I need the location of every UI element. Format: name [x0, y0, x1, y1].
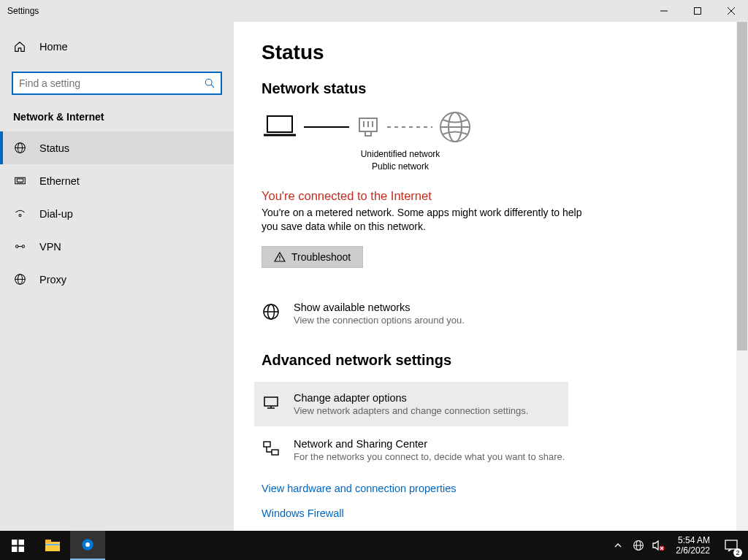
home-button[interactable]: Home: [0, 31, 234, 63]
home-label: Home: [39, 41, 68, 53]
tray-chevron-icon[interactable]: [610, 531, 626, 560]
sidebar-item-label: Status: [39, 142, 69, 154]
vpn-icon: [13, 240, 26, 253]
option-desc: View the connection options around you.: [294, 315, 465, 326]
svg-rect-48: [45, 544, 60, 545]
hardware-properties-link[interactable]: View hardware and connection properties: [262, 483, 719, 494]
svg-rect-45: [18, 546, 23, 551]
solid-line-icon: [304, 125, 349, 129]
sidebar: Home Network & Internet Status Ethernet: [0, 22, 234, 531]
svg-rect-47: [45, 540, 51, 542]
network-diagram: [262, 110, 719, 144]
svg-rect-43: [18, 540, 23, 545]
tray-volume-icon[interactable]: [651, 531, 667, 560]
dialup-icon: [13, 207, 26, 220]
taskbar-left: [0, 531, 105, 560]
globe-net-icon: [13, 142, 26, 154]
svg-rect-37: [264, 397, 278, 406]
taskbar-right: 5:54 AM 2/6/2022 2: [610, 531, 748, 560]
start-button[interactable]: [0, 531, 35, 560]
svg-rect-1: [695, 8, 701, 15]
svg-rect-10: [17, 179, 23, 182]
option-title: Network and Sharing Center: [294, 438, 565, 450]
scrollbar[interactable]: [736, 22, 748, 531]
diagram-labels: Unidentified network Public network: [291, 148, 510, 173]
sidebar-section-title: Network & Internet: [0, 95, 234, 129]
show-networks-button[interactable]: Show available networks View the connect…: [262, 294, 719, 333]
search-input[interactable]: [12, 72, 222, 95]
sharing-center-button[interactable]: Network and Sharing Center For the netwo…: [262, 431, 719, 469]
sidebar-item-label: Dial-up: [39, 208, 73, 220]
advanced-heading: Advanced network settings: [262, 352, 719, 369]
home-icon: [13, 40, 26, 53]
settings-taskbar-button[interactable]: [70, 531, 105, 560]
option-text: Show available networks View the connect…: [294, 302, 465, 326]
connection-status-desc: You're on a metered network. Some apps m…: [262, 206, 590, 234]
option-title: Show available networks: [294, 302, 465, 313]
ethernet-port-icon: [355, 114, 381, 140]
sidebar-item-label: VPN: [39, 241, 61, 253]
diagram-label-2: Public network: [291, 161, 510, 173]
option-desc: View network adapters and change connect…: [294, 405, 528, 416]
warning-icon: [274, 251, 286, 263]
settings-window: Settings Home Network & Internet: [0, 0, 748, 531]
scrollbar-thumb[interactable]: [737, 22, 747, 350]
ethernet-icon: [13, 174, 26, 187]
svg-rect-21: [267, 116, 292, 132]
notifications-button[interactable]: 2: [719, 531, 744, 560]
svg-rect-24: [365, 131, 371, 136]
svg-point-15: [15, 245, 18, 248]
sidebar-item-proxy[interactable]: Proxy: [0, 263, 234, 296]
tray-network-icon[interactable]: [630, 531, 646, 560]
globe-large-icon: [438, 110, 472, 144]
notif-badge: 2: [733, 548, 742, 557]
window-title: Settings: [7, 6, 647, 16]
option-text: Network and Sharing Center For the netwo…: [294, 438, 565, 462]
sidebar-item-status[interactable]: Status: [0, 131, 234, 164]
svg-rect-46: [45, 542, 60, 551]
sidebar-item-label: Ethernet: [39, 175, 80, 187]
sidebar-item-vpn[interactable]: VPN: [0, 230, 234, 263]
taskbar: 5:54 AM 2/6/2022 2: [0, 531, 748, 560]
maximize-button[interactable]: [681, 0, 714, 22]
connection-status-title: You're connected to the Internet: [262, 189, 719, 203]
titlebar: Settings: [0, 0, 748, 22]
adapter-icon: [262, 392, 280, 411]
diagram-label-1: Unidentified network: [291, 148, 510, 161]
clock-date: 2/6/2022: [676, 545, 710, 556]
main-content: Status Network status Unidentified netwo…: [234, 22, 748, 531]
troubleshoot-label: Troubleshoot: [291, 251, 351, 263]
firewall-link[interactable]: Windows Firewall: [262, 507, 719, 519]
svg-point-14: [18, 215, 20, 217]
troubleshoot-button[interactable]: Troubleshoot: [262, 246, 363, 268]
search-field[interactable]: [19, 77, 205, 89]
file-explorer-button[interactable]: [35, 531, 70, 560]
globe-icon: [13, 273, 26, 285]
taskbar-clock[interactable]: 5:54 AM 2/6/2022: [671, 535, 714, 556]
svg-rect-41: [272, 450, 278, 455]
sidebar-item-dialup[interactable]: Dial-up: [0, 197, 234, 230]
svg-rect-44: [12, 546, 17, 551]
clock-time: 5:54 AM: [676, 535, 710, 545]
svg-rect-57: [725, 540, 737, 549]
option-text: Change adapter options View network adap…: [294, 392, 528, 416]
wifi-globe-icon: [262, 302, 280, 321]
svg-rect-42: [12, 540, 17, 545]
adapter-options-button[interactable]: Change adapter options View network adap…: [254, 382, 568, 426]
window-body: Home Network & Internet Status Ethernet: [0, 22, 748, 531]
svg-rect-40: [264, 442, 270, 447]
close-button[interactable]: [714, 0, 748, 22]
sidebar-nav: Status Ethernet Dial-up VPN Proxy: [0, 131, 234, 296]
network-share-icon: [262, 438, 280, 457]
search-icon: [205, 78, 215, 88]
option-title: Change adapter options: [294, 392, 528, 404]
option-desc: For the networks you connect to, decide …: [294, 451, 565, 462]
sidebar-item-ethernet[interactable]: Ethernet: [0, 164, 234, 197]
minimize-button[interactable]: [647, 0, 681, 22]
svg-point-50: [85, 542, 90, 547]
search-container: [12, 72, 222, 95]
svg-line-5: [211, 85, 214, 88]
svg-point-33: [279, 259, 280, 260]
svg-point-4: [205, 79, 212, 85]
laptop-icon: [262, 113, 298, 141]
